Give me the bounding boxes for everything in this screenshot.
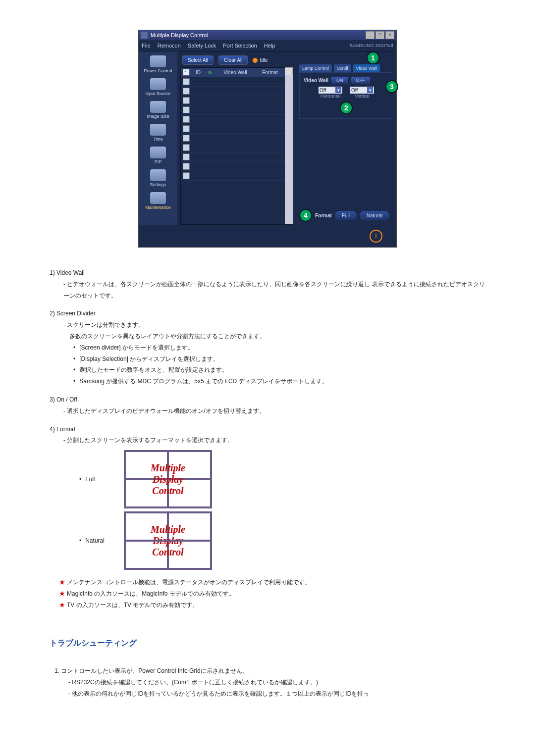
- sidebar-item-power[interactable]: Power Control: [142, 54, 174, 76]
- ts-item-1a: - RS232Cの接続を確認してください。(Com1 ポートに正しく接続されてい…: [68, 677, 485, 688]
- brand-label: SAMSUNG DIGITall: [350, 43, 393, 48]
- section-4-heading: 4) Format: [50, 424, 485, 435]
- idle-indicator: Idle: [253, 57, 268, 63]
- sidebar-item-settings[interactable]: Settings: [142, 168, 174, 190]
- grid-header: ✓ ID ⟳ Video Wall Format: [181, 67, 285, 77]
- video-wall-panel: Video Wall ON OFF 3 Off ▾ Horizontal: [299, 72, 393, 119]
- menu-port-selection[interactable]: Port Selection: [223, 43, 257, 49]
- annotation-2: 2: [340, 101, 353, 114]
- sidebar-item-time[interactable]: Time: [142, 123, 174, 145]
- sidebar-item-label: Input Source: [142, 91, 174, 96]
- grid-scrollbar[interactable]: [285, 67, 293, 224]
- horizontal-label: Horizontal: [319, 94, 342, 99]
- row-checkbox[interactable]: [183, 88, 190, 95]
- section-2-b4: Samsung が提供する MDC プログラムは、5x5 までの LCD ディス…: [73, 376, 485, 387]
- grid-row[interactable]: [181, 143, 285, 152]
- grid-row[interactable]: [181, 152, 285, 162]
- section-2-desc: - スクリーンは分割できます。: [63, 319, 485, 331]
- vw-off-button[interactable]: OFF: [351, 77, 370, 84]
- star-icon: ★: [59, 590, 65, 597]
- troubleshoot-list: 1. コントロールしたい表示が、Power Control Info Gridに…: [54, 665, 485, 699]
- sidebar-item-label: Maintenance: [142, 205, 174, 210]
- menu-remocon[interactable]: Remocon: [158, 43, 181, 49]
- grid-row[interactable]: [181, 124, 285, 134]
- section-2-desc2: 多数のスクリーンを異なるレイアウトや分割方法にすることができます。: [69, 331, 485, 342]
- refresh-icon[interactable]: ⟳: [208, 70, 212, 75]
- format-natural-button[interactable]: Natural: [360, 211, 389, 220]
- note-2: MagicInfo の入力ソースは、MagicInfo モデルでのみ有効です。: [67, 590, 235, 597]
- mdc-logo-text: Multiple Display Control: [151, 462, 185, 497]
- close-button[interactable]: ×: [385, 31, 394, 39]
- row-checkbox[interactable]: [183, 125, 190, 132]
- grid-row[interactable]: [181, 162, 285, 171]
- sidebar-item-input[interactable]: Input Source: [142, 77, 174, 99]
- grid-row[interactable]: [181, 105, 285, 115]
- tab-video-wall[interactable]: Video Wall: [353, 64, 380, 72]
- menu-safety-lock[interactable]: Safety Lock: [188, 43, 216, 49]
- image-icon: [150, 101, 166, 113]
- sidebar-item-image[interactable]: Image Size: [142, 100, 174, 122]
- row-checkbox[interactable]: [183, 97, 190, 104]
- sidebar-item-label: Image Size: [142, 114, 174, 119]
- sidebar-item-maintenance[interactable]: Maintenance: [142, 191, 174, 213]
- window-title: Multiple Display Control: [151, 32, 208, 38]
- grid-row[interactable]: [181, 96, 285, 105]
- sidebar-item-pip[interactable]: PIP: [142, 146, 174, 167]
- section-2-b2: [Display Selection] からディスプレイを選択します。: [73, 353, 485, 365]
- mdc-window: Multiple Display Control _ □ × File Remo…: [138, 30, 397, 248]
- section-3-heading: 3) On / Off: [50, 394, 485, 405]
- tab-lamp[interactable]: Lamp Control: [299, 64, 332, 72]
- sidebar-item-label: Time: [142, 137, 174, 142]
- documentation: 1) Video Wall - ビデオウォールは、各スクリーンが画面全体の一部に…: [50, 267, 485, 699]
- format-natural-label: Natural: [79, 535, 114, 547]
- grid-body: [181, 77, 285, 224]
- section-2-b3: 選択したモードの数字をオスと、配置が設定されます。: [73, 364, 485, 376]
- section-3-desc: - 選択したディスプレイのビデオウォール機能のオン/オフを切り替えます。: [63, 405, 485, 417]
- row-checkbox[interactable]: [183, 172, 190, 179]
- troubleshoot-heading: トラブルシューティング: [50, 636, 485, 651]
- grid-row[interactable]: [181, 77, 285, 87]
- row-checkbox[interactable]: [183, 116, 190, 123]
- grid-row[interactable]: [181, 87, 285, 96]
- format-natural-row: Natural Multiple Display Control: [79, 511, 485, 570]
- row-checkbox[interactable]: [183, 106, 190, 113]
- row-checkbox[interactable]: [183, 135, 190, 142]
- row-checkbox[interactable]: [183, 153, 190, 160]
- grid-row[interactable]: [181, 115, 285, 124]
- scroll-thumb[interactable]: [285, 67, 293, 75]
- star-icon: ★: [59, 602, 65, 608]
- section-2-heading: 2) Screen Divider: [50, 308, 485, 319]
- grid-row[interactable]: [181, 134, 285, 143]
- format-full-button[interactable]: Full: [335, 211, 357, 220]
- header-checkbox[interactable]: ✓: [183, 69, 190, 76]
- idle-label: Idle: [260, 57, 268, 63]
- menu-help[interactable]: Help: [264, 43, 275, 49]
- grid-row[interactable]: [181, 171, 285, 181]
- star-icon: ★: [59, 579, 65, 586]
- row-checkbox[interactable]: [183, 163, 190, 170]
- ts-item-1: 1. コントロールしたい表示が、Power Control Info Gridに…: [54, 665, 485, 677]
- vw-on-button[interactable]: ON: [331, 77, 348, 84]
- row-checkbox[interactable]: [183, 144, 190, 151]
- menu-file[interactable]: File: [142, 43, 151, 49]
- mdc-logo-text: Multiple Display Control: [151, 524, 185, 558]
- note-1: メンテナンスコントロール機能は、電源ステータスがオンのディスプレイで利用可能です…: [67, 579, 311, 586]
- minimize-button[interactable]: _: [366, 31, 374, 39]
- section-2-b1: [Screen divider] からモードを選択します。: [73, 342, 485, 353]
- notes: ★メンテナンスコントロール機能は、電源ステータスがオンのディスプレイで利用可能で…: [59, 577, 485, 610]
- row-checkbox[interactable]: [183, 78, 190, 85]
- section-1-heading: 1) Video Wall: [50, 267, 485, 279]
- annotation-4: 4: [299, 209, 312, 222]
- tab-scroll[interactable]: Scroll: [334, 64, 351, 72]
- horizontal-select[interactable]: Off ▾: [319, 87, 342, 94]
- menubar: File Remocon Safety Lock Port Selection …: [139, 40, 396, 51]
- select-all-button[interactable]: Select All: [182, 55, 214, 65]
- format-label: Format: [315, 213, 332, 218]
- clear-all-button[interactable]: Clear All: [218, 55, 248, 65]
- col-videowall-header: Video Wall: [215, 70, 255, 75]
- vertical-select[interactable]: Off ▾: [350, 87, 374, 94]
- workspace: Power Control Input Source Image Size Ti…: [139, 51, 396, 225]
- statusbar: !: [139, 225, 396, 247]
- maximize-button[interactable]: □: [375, 31, 384, 39]
- grid-toolbar: Select All Clear All Idle: [177, 51, 296, 67]
